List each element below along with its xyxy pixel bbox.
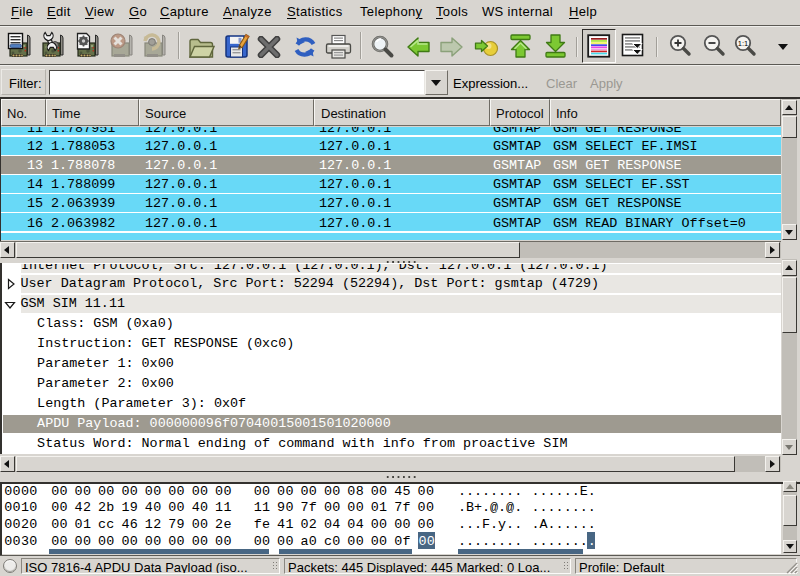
svg-text:1:1: 1:1 [738, 39, 748, 48]
